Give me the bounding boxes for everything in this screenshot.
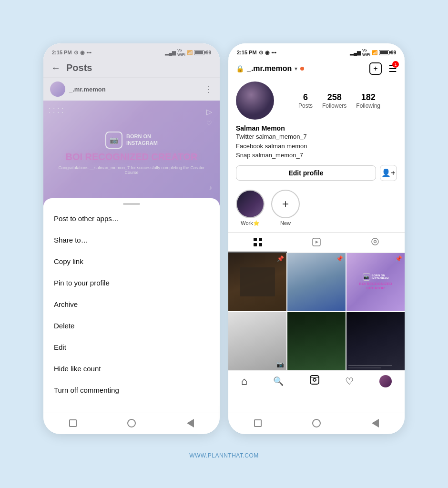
grid-item-5[interactable] xyxy=(287,312,346,370)
posts-grid: 📌 📌 📷 BORN ONINSTAGRAM BOI RECOGNIZEDCRE… xyxy=(228,253,405,370)
following-count: 182 xyxy=(356,92,380,102)
profile-header: 🔒 _.mr.memon ▾ + ☰ 1 xyxy=(228,59,405,78)
right-battery-icon xyxy=(379,50,389,55)
svg-rect-3 xyxy=(259,243,262,246)
right-android-square-btn[interactable] xyxy=(253,418,263,428)
online-status-dot xyxy=(300,67,304,71)
reels-nav-button[interactable] xyxy=(309,375,320,388)
lock-icon: 🔒 xyxy=(236,65,244,72)
right-wifi-icon: 📶 xyxy=(372,50,377,55)
right-battery-label: 99 xyxy=(391,50,396,55)
grid-item-1[interactable]: 📌 xyxy=(228,253,286,311)
grid-item-6[interactable] xyxy=(346,312,405,370)
profile-avatar xyxy=(236,81,274,120)
svg-rect-1 xyxy=(259,238,262,241)
sheet-item-pin[interactable]: Pin to your profile xyxy=(43,272,220,294)
highlights-row: Work⭐ + New xyxy=(228,187,405,232)
bio-line-2: Facebook salman memon xyxy=(236,142,397,151)
search-nav-button[interactable]: 🔍 xyxy=(273,376,284,386)
highlight-work-label: Work⭐ xyxy=(236,220,265,226)
profile-actions: Edit profile 👤+ xyxy=(228,165,405,187)
add-post-button[interactable]: + xyxy=(369,62,382,75)
right-time: 2:15 PM xyxy=(237,50,257,55)
sheet-item-turn-off-commenting[interactable]: Turn off commenting xyxy=(43,379,220,401)
grid-item-3[interactable]: 📷 BORN ONINSTAGRAM BOI RECOGNIZEDCREATOR… xyxy=(346,253,405,311)
pin-icon-2: 📌 xyxy=(336,255,343,262)
bio-line-3: Snap salman_memon_7 xyxy=(236,151,397,160)
profile-bio: Salman Memon Twitter salman_memon_7 Face… xyxy=(228,123,405,165)
highlight-new[interactable]: + New xyxy=(271,190,300,226)
right-android-home-btn[interactable] xyxy=(311,418,322,428)
pin-icon-3: 📌 xyxy=(395,255,402,262)
add-friend-button[interactable]: 👤+ xyxy=(380,165,397,181)
svg-point-6 xyxy=(372,238,378,245)
notification-badge: 1 xyxy=(392,61,399,68)
right-android-back-btn[interactable] xyxy=(370,418,380,428)
grid-item-2[interactable]: 📌 xyxy=(287,253,346,311)
grid-item-4[interactable]: 📷 xyxy=(228,312,286,370)
bottom-sheet: Post to other apps… Share to… Copy link … xyxy=(43,198,220,406)
left-phone: 2:15 PM ⊙ ◉ ••• ▂▄▆ VoWiFi 📶 99 ← Posts xyxy=(43,43,220,434)
right-vowifi-icon: VoWiFi xyxy=(362,48,370,57)
svg-rect-9 xyxy=(310,376,319,384)
android-back-btn[interactable] xyxy=(185,418,195,428)
posts-label: Posts xyxy=(298,102,313,109)
home-nav-button[interactable]: ⌂ xyxy=(241,375,247,387)
right-camera-icon: ⊙ xyxy=(259,50,263,56)
sheet-handle xyxy=(123,203,140,205)
right-more-icon: ••• xyxy=(272,50,277,55)
sheet-item-share-to[interactable]: Share to… xyxy=(43,229,220,251)
following-label: Following xyxy=(356,102,380,109)
footer: WWW.PLANNTHAT.COM xyxy=(189,444,259,464)
tabs-row xyxy=(228,232,405,253)
left-phone-nav xyxy=(43,413,220,434)
tab-tagged[interactable] xyxy=(346,233,405,253)
activity-nav-button[interactable]: ♡ xyxy=(345,376,354,387)
posts-count: 6 xyxy=(298,92,313,102)
edit-profile-button[interactable]: Edit profile xyxy=(236,165,376,181)
tab-reels[interactable] xyxy=(287,233,346,253)
sheet-item-delete[interactable]: Delete xyxy=(43,315,220,336)
right-gps-icon: ◉ xyxy=(265,50,270,56)
right-phone: 2:15 PM ⊙ ◉ ••• ▂▄▆ VoWiFi 📶 99 🔒 _.mr.m… xyxy=(228,43,405,434)
chevron-down-icon[interactable]: ▾ xyxy=(295,65,297,72)
sheet-item-hide-like[interactable]: Hide like count xyxy=(43,358,220,379)
sheet-item-post-to-other[interactable]: Post to other apps… xyxy=(43,208,220,229)
sheet-item-copy-link[interactable]: Copy link xyxy=(43,251,220,272)
followers-stat[interactable]: 258 Followers xyxy=(322,92,346,109)
footer-url: WWW.PLANNTHAT.COM xyxy=(189,452,259,459)
svg-rect-0 xyxy=(254,238,257,241)
android-home-btn[interactable] xyxy=(126,418,137,428)
profile-nav-button[interactable] xyxy=(379,375,392,387)
svg-marker-5 xyxy=(316,241,318,244)
right-bottom-nav: ⌂ 🔍 ♡ xyxy=(228,370,405,393)
posts-stat: 6 Posts xyxy=(298,92,313,109)
sheet-item-edit[interactable]: Edit xyxy=(43,336,220,358)
svg-rect-2 xyxy=(254,243,257,246)
add-highlight-button[interactable]: + xyxy=(271,190,300,218)
right-status-bar: 2:15 PM ⊙ ◉ ••• ▂▄▆ VoWiFi 📶 99 xyxy=(228,43,405,59)
right-phone-nav xyxy=(228,413,405,434)
followers-count: 258 xyxy=(322,92,346,102)
tab-grid[interactable] xyxy=(228,233,287,253)
following-stat[interactable]: 182 Following xyxy=(356,92,380,109)
svg-point-10 xyxy=(313,378,316,381)
right-signal-icon: ▂▄▆ xyxy=(350,50,361,55)
bio-line-1: Twitter salman_memon_7 xyxy=(236,132,397,142)
profile-stats-row: 6 Posts 258 Followers 182 Following xyxy=(228,78,405,123)
followers-label: Followers xyxy=(322,102,346,109)
profile-username: _.mr.memon xyxy=(247,64,292,73)
highlight-new-label: New xyxy=(271,220,300,226)
camera-icon-4: 📷 xyxy=(276,361,284,368)
svg-point-7 xyxy=(374,240,377,243)
menu-button[interactable]: ☰ 1 xyxy=(388,63,397,74)
pin-icon-1: 📌 xyxy=(277,255,284,262)
highlight-work[interactable]: Work⭐ xyxy=(236,190,265,226)
sheet-item-archive[interactable]: Archive xyxy=(43,294,220,315)
bio-name: Salman Memon xyxy=(236,124,397,132)
android-square-btn[interactable] xyxy=(68,418,78,428)
